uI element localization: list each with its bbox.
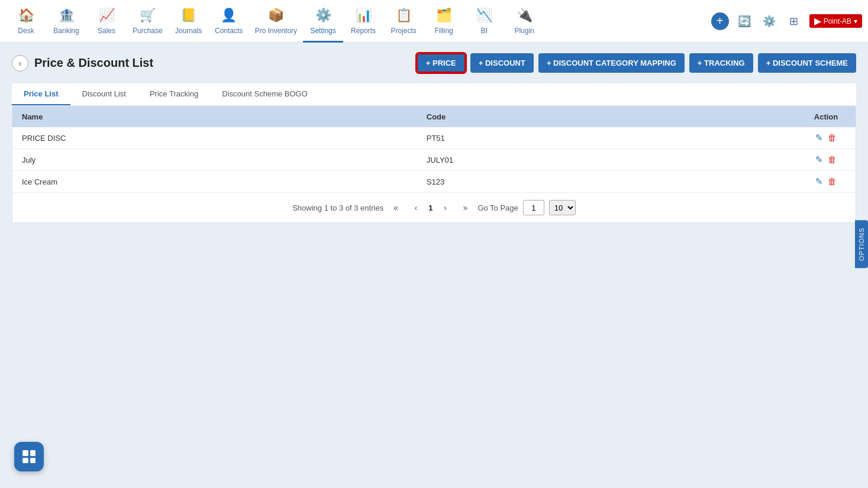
delete-icon[interactable]: 🗑 (828, 132, 837, 143)
fab-grid-cell-2 (30, 450, 36, 456)
back-button[interactable]: ‹ (12, 55, 28, 72)
row-actions: ✎ 🗑 (806, 132, 846, 143)
edit-icon[interactable]: ✎ (815, 132, 823, 143)
desk-icon: 🏠 (17, 6, 36, 25)
nav-label-sales: Sales (98, 27, 115, 35)
purchase-icon: 🛒 (138, 6, 157, 25)
table-row: PRICE DISC PT51 ✎ 🗑 (12, 127, 856, 149)
cell-name: PRICE DISC (12, 127, 417, 149)
nav-label-filling: Filling (434, 27, 453, 35)
edit-icon[interactable]: ✎ (815, 176, 823, 187)
table-container: Name Code Action PRICE DISC PT51 ✎ 🗑 Jul… (12, 106, 856, 223)
tab-discount-scheme-bogo[interactable]: Discount Scheme BOGO (210, 83, 320, 105)
fab-button[interactable] (14, 442, 44, 471)
last-page-button[interactable]: » (457, 200, 473, 215)
current-page: 1 (428, 203, 433, 212)
cell-code: S123 (417, 171, 796, 193)
nav-item-contacts[interactable]: 👤 Contacts (209, 0, 249, 43)
plugin-icon: 🔌 (515, 6, 534, 25)
nav-item-desk[interactable]: 🏠 Desk (6, 0, 46, 43)
pro-inventory-icon: 📦 (266, 6, 285, 25)
options-sidebar[interactable]: OPTIONS (855, 220, 868, 268)
dropdown-arrow-icon: ▾ (854, 17, 857, 25)
fab-grid-cell-4 (30, 458, 36, 464)
go-to-page-label: Go To Page (477, 203, 518, 212)
cell-action: ✎ 🗑 (796, 149, 856, 171)
per-page-select[interactable]: 10 25 50 (549, 200, 576, 215)
nav-item-journals[interactable]: 📒 Journals (169, 0, 209, 43)
page-title-area: ‹ Price & Discount List (12, 55, 153, 72)
row-actions: ✎ 🗑 (806, 154, 846, 165)
nav-item-plugin[interactable]: 🔌 Plugin (504, 0, 544, 43)
price-button[interactable]: + PRICE (417, 53, 466, 73)
nav-label-purchase: Purchase (133, 27, 163, 35)
fab-grid-cell-1 (22, 450, 28, 456)
edit-icon[interactable]: ✎ (815, 154, 823, 165)
nav-label-banking: Banking (53, 27, 79, 35)
nav-item-reports[interactable]: 📊 Reports (343, 0, 383, 43)
nav-label-projects: Projects (391, 27, 416, 35)
fab-grid-icon (22, 450, 36, 463)
tracking-button[interactable]: + TRACKING (689, 53, 753, 73)
cell-name: July (12, 149, 417, 171)
nav-label-pro-inventory: Pro Inventory (255, 27, 297, 35)
nav-right: + 🔄 ⚙️ ⊞ ▶ Point-AB ▾ (711, 12, 862, 31)
showing-text: Showing 1 to 3 of 3 entries (292, 203, 383, 212)
cell-code: JULY01 (417, 149, 796, 171)
nav-item-banking[interactable]: 🏦 Banking (46, 0, 86, 43)
discount-category-button[interactable]: + DISCOUNT CATEGORY MAPPING (538, 53, 685, 73)
nav-item-settings[interactable]: ⚙️ Settings (303, 0, 343, 43)
nav-item-filling[interactable]: 🗂️ Filling (424, 0, 464, 43)
nav-label-desk: Desk (18, 27, 34, 35)
projects-icon: 📋 (394, 6, 413, 25)
nav-label-reports: Reports (351, 27, 376, 35)
next-page-button[interactable]: › (437, 200, 453, 215)
fab-grid-cell-3 (22, 458, 28, 464)
user-badge[interactable]: ▶ Point-AB ▾ (809, 14, 862, 28)
nav-item-projects[interactable]: 📋 Projects (383, 0, 424, 43)
add-button[interactable]: + (711, 12, 729, 30)
pagination-row: Showing 1 to 3 of 3 entries « ‹ 1 › » Go… (12, 192, 856, 222)
gear-icon[interactable]: ⚙️ (760, 12, 779, 31)
nav-item-pro-inventory[interactable]: 📦 Pro Inventory (249, 0, 303, 43)
nav-label-contacts: Contacts (215, 27, 243, 35)
col-name: Name (12, 106, 417, 127)
contacts-icon: 👤 (220, 6, 238, 25)
filling-icon: 🗂️ (434, 6, 453, 25)
bi-icon: 📉 (475, 6, 493, 25)
settings-icon: ⚙️ (314, 6, 333, 25)
tabs: Price List Discount List Price Tracking … (12, 83, 856, 106)
table-row: July JULY01 ✎ 🗑 (12, 149, 856, 171)
cell-action: ✎ 🗑 (796, 171, 856, 193)
youtube-icon: ▶ (814, 15, 821, 27)
reports-icon: 📊 (354, 6, 373, 25)
delete-icon[interactable]: 🗑 (828, 154, 837, 165)
nav-label-settings: Settings (310, 27, 335, 35)
discount-button[interactable]: + DISCOUNT (470, 53, 534, 73)
discount-scheme-button[interactable]: + DISCOUNT SCHEME (758, 53, 856, 73)
cell-code: PT51 (417, 127, 796, 149)
tab-discount-list[interactable]: Discount List (70, 83, 138, 105)
tab-price-list[interactable]: Price List (12, 83, 70, 105)
page-title: Price & Discount List (34, 56, 153, 70)
nav-item-purchase[interactable]: 🛒 Purchase (127, 0, 169, 43)
refresh-icon[interactable]: 🔄 (735, 12, 754, 31)
price-table: Name Code Action PRICE DISC PT51 ✎ 🗑 Jul… (12, 106, 856, 192)
first-page-button[interactable]: « (388, 200, 404, 215)
table-header-row: Name Code Action (12, 106, 856, 127)
cell-name: Ice Cream (12, 171, 417, 193)
journals-icon: 📒 (179, 6, 198, 25)
nav-label-bi: BI (480, 27, 487, 35)
nav-item-sales[interactable]: 📈 Sales (86, 0, 127, 43)
page-input[interactable] (523, 200, 544, 215)
cell-action: ✎ 🗑 (796, 127, 856, 149)
col-action: Action (796, 106, 856, 127)
page-header: ‹ Price & Discount List + PRICE + DISCOU… (12, 53, 856, 73)
prev-page-button[interactable]: ‹ (408, 200, 424, 215)
nav-item-bi[interactable]: 📉 BI (464, 0, 504, 43)
nav-label-journals: Journals (175, 27, 202, 35)
delete-icon[interactable]: 🗑 (828, 176, 837, 187)
tab-price-tracking[interactable]: Price Tracking (138, 83, 210, 105)
main-content: ‹ Price & Discount List + PRICE + DISCOU… (0, 43, 868, 234)
grid-icon[interactable]: ⊞ (785, 12, 804, 31)
